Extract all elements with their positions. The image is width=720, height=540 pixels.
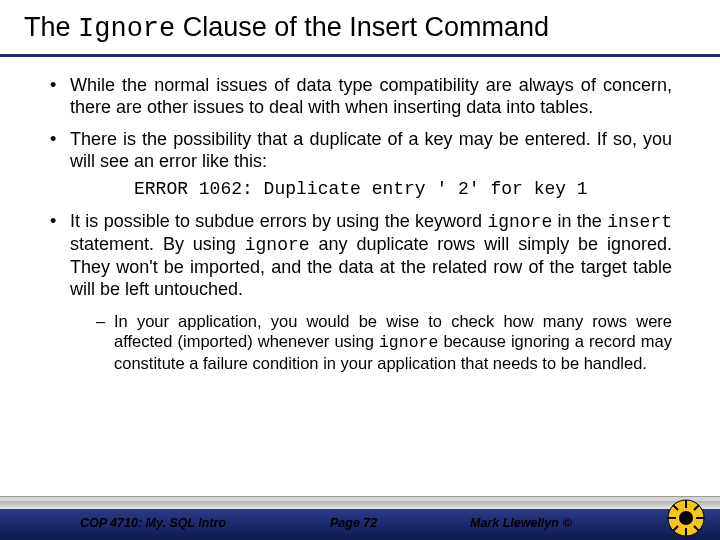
bullet-list: While the normal issues of data type com…	[48, 75, 672, 373]
title-post: Clause of the Insert Command	[175, 12, 549, 42]
footer: COP 4710: My. SQL Intro Page 72 Mark Lle…	[0, 496, 720, 540]
b3-code1: ignore	[487, 212, 552, 232]
b3-part3: statement. By using	[70, 234, 245, 254]
sub-list: In your application, you would be wise t…	[70, 311, 672, 373]
sub-code: ignore	[379, 333, 438, 352]
title-pre: The	[24, 12, 78, 42]
bullet-2: There is the possibility that a duplicat…	[48, 129, 672, 201]
footer-page: Page 72	[330, 516, 377, 530]
sub-bullet-1: In your application, you would be wise t…	[96, 311, 672, 373]
title-code: Ignore	[78, 14, 175, 44]
b3-part2: in the	[552, 211, 607, 231]
b3-code2: insert	[607, 212, 672, 232]
ucf-logo-icon	[666, 498, 706, 538]
b3-code3: ignore	[245, 235, 310, 255]
bullet-1: While the normal issues of data type com…	[48, 75, 672, 119]
footer-band-mid	[0, 501, 720, 509]
error-line: ERROR 1062: Duplicate entry ' 2' for key…	[70, 179, 672, 201]
footer-author: Mark Llewellyn ©	[470, 516, 572, 530]
footer-course: COP 4710: My. SQL Intro	[80, 516, 226, 530]
bullet-2-text: There is the possibility that a duplicat…	[70, 129, 672, 171]
bullet-3: It is possible to subdue errors by using…	[48, 211, 672, 373]
svg-point-1	[679, 511, 693, 525]
b3-part1: It is possible to subdue errors by using…	[70, 211, 487, 231]
slide-body: While the normal issues of data type com…	[0, 57, 720, 373]
slide-title: The Ignore Clause of the Insert Command	[0, 0, 720, 50]
slide: The Ignore Clause of the Insert Command …	[0, 0, 720, 540]
